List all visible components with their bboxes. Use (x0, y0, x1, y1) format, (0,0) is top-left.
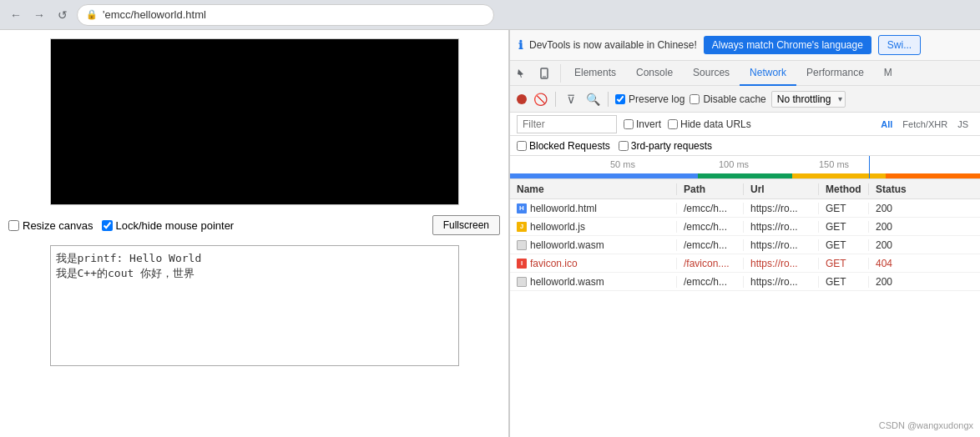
td-path-0: /emcc/h... (677, 203, 744, 214)
file-icon-3: I (517, 259, 527, 269)
watermark: CSDN @wangxudongx (879, 420, 973, 430)
throttle-wrapper: No throttling (771, 91, 846, 108)
hide-data-urls-label[interactable]: Hide data URLs (668, 118, 751, 130)
invert-label[interactable]: Invert (624, 118, 661, 130)
td-status-1: 200 (869, 221, 911, 233)
td-name-2: helloworld.wasm (510, 239, 677, 251)
td-path-1: /emcc/h... (677, 221, 744, 233)
canvas-area (50, 38, 459, 205)
info-icon: ℹ (518, 38, 523, 52)
devtools-toolbar: 🚫 ⊽ 🔍 Preserve log Disable cache No thro… (510, 86, 980, 113)
tab-performance[interactable]: Performance (796, 61, 874, 86)
forward-button[interactable]: → (30, 6, 48, 24)
tab-icons (513, 64, 561, 83)
td-url-3: https://ro... (744, 258, 819, 269)
refresh-button[interactable]: ↺ (53, 6, 72, 24)
td-status-0: 200 (869, 203, 911, 214)
browser-chrome: ← → ↺ 🔒 'emcc/helloworld.html (0, 0, 980, 30)
tab-elements[interactable]: Elements (564, 61, 626, 86)
device-icon-btn[interactable] (535, 64, 553, 83)
preserve-log-checkbox[interactable] (615, 94, 625, 104)
td-method-0: GET (819, 203, 869, 214)
inspect-icon-btn[interactable] (513, 64, 532, 83)
hide-data-urls-checkbox[interactable] (668, 119, 678, 129)
inspect-icon (517, 68, 528, 79)
blocked-requests-label[interactable]: Blocked Requests (517, 140, 610, 152)
tab-console[interactable]: Console (626, 61, 683, 86)
td-path-3: /favicon.... (677, 258, 744, 269)
lock-pointer-label[interactable]: Lock/hide mouse pointer (102, 219, 235, 232)
td-method-1: GET (819, 221, 869, 233)
url-text: 'emcc/helloworld.html (103, 8, 206, 21)
timeline-marker (869, 156, 870, 178)
address-bar[interactable]: 🔒 'emcc/helloworld.html (77, 4, 494, 26)
output-textarea[interactable] (50, 245, 459, 366)
lock-icon: 🔒 (86, 9, 98, 20)
th-path: Path (677, 183, 744, 195)
table-row[interactable]: J helloworld.js /emcc/h... https://ro...… (510, 218, 980, 236)
toolbar-divider-1 (555, 92, 556, 107)
th-status: Status (869, 183, 911, 195)
lock-pointer-checkbox[interactable] (102, 220, 113, 231)
table-row[interactable]: helloworld.wasm /emcc/h... https://ro...… (510, 236, 980, 254)
third-party-label[interactable]: 3rd-party requests (619, 140, 712, 152)
resize-canvas-label[interactable]: Resize canvas (8, 219, 93, 232)
filter-input[interactable] (517, 115, 617, 133)
timeline-bar-orange (886, 173, 980, 178)
type-filter: All Fetch/XHR JS (876, 118, 973, 130)
timeline-bar-blue (510, 173, 698, 178)
table-body: H helloworld.html /emcc/h... https://ro.… (510, 199, 980, 437)
blocked-requests-checkbox[interactable] (517, 141, 527, 151)
td-method-3: GET (819, 258, 869, 269)
td-url-1: https://ro... (744, 221, 819, 233)
th-method: Method (819, 183, 869, 195)
type-js-btn[interactable]: JS (952, 118, 973, 130)
td-name-4: helloworld.wasm (510, 276, 677, 288)
fullscreen-button[interactable]: Fullscreen (432, 215, 500, 235)
back-button[interactable]: ← (7, 6, 25, 24)
devtools-requests-row: Blocked Requests 3rd-party requests (510, 136, 980, 156)
disable-cache-checkbox[interactable] (690, 94, 700, 104)
throttle-select[interactable]: No throttling (771, 91, 846, 108)
block-icon-btn[interactable]: 🚫 (532, 91, 548, 108)
device-icon (538, 68, 550, 79)
preserve-log-label[interactable]: Preserve log (615, 93, 684, 105)
devtools-tabs: Elements Console Sources Network Perform… (510, 61, 980, 86)
devtools-notification: ℹ DevTools is now available in Chinese! … (510, 30, 980, 61)
td-method-2: GET (819, 239, 869, 251)
type-all-btn[interactable]: All (876, 118, 897, 130)
notification-text: DevTools is now available in Chinese! (529, 39, 697, 51)
devtools-panel: ℹ DevTools is now available in Chinese! … (509, 30, 980, 437)
td-status-3: 404 (869, 258, 911, 269)
tab-network[interactable]: Network (740, 61, 796, 86)
td-url-4: https://ro... (744, 276, 819, 288)
switch-button[interactable]: Swi... (878, 35, 921, 55)
timeline-bar: 50 ms 100 ms 150 ms (510, 156, 980, 179)
invert-checkbox[interactable] (624, 119, 634, 129)
td-status-4: 200 (869, 276, 911, 288)
th-name: Name (510, 183, 677, 195)
table-row[interactable]: H helloworld.html /emcc/h... https://ro.… (510, 199, 980, 218)
td-method-4: GET (819, 276, 869, 288)
type-fetch-xhr-btn[interactable]: Fetch/XHR (897, 118, 952, 130)
table-row[interactable]: I favicon.ico /favicon.... https://ro...… (510, 254, 980, 273)
resize-canvas-checkbox[interactable] (8, 220, 19, 231)
match-language-button[interactable]: Always match Chrome's language (704, 36, 871, 54)
tab-more[interactable]: M (874, 61, 902, 86)
third-party-checkbox[interactable] (619, 141, 629, 151)
td-url-0: https://ro... (744, 203, 819, 214)
record-button[interactable] (517, 94, 527, 104)
table-header: Name Path Url Method Status (510, 179, 980, 199)
tab-sources[interactable]: Sources (683, 61, 740, 86)
filter-icon-btn[interactable]: ⊽ (563, 91, 579, 108)
devtools-content: 🚫 ⊽ 🔍 Preserve log Disable cache No thro… (510, 86, 980, 437)
search-icon-btn[interactable]: 🔍 (584, 91, 601, 108)
td-path-2: /emcc/h... (677, 239, 744, 251)
table-row[interactable]: helloworld.wasm /emcc/h... https://ro...… (510, 273, 980, 291)
devtools-filter-row: Invert Hide data URLs All Fetch/XHR JS (510, 113, 980, 136)
disable-cache-label[interactable]: Disable cache (690, 93, 765, 105)
file-icon-1: J (517, 222, 527, 232)
td-url-2: https://ro... (744, 239, 819, 251)
timeline-bar-yellow (792, 173, 887, 178)
file-icon-2 (517, 240, 527, 250)
